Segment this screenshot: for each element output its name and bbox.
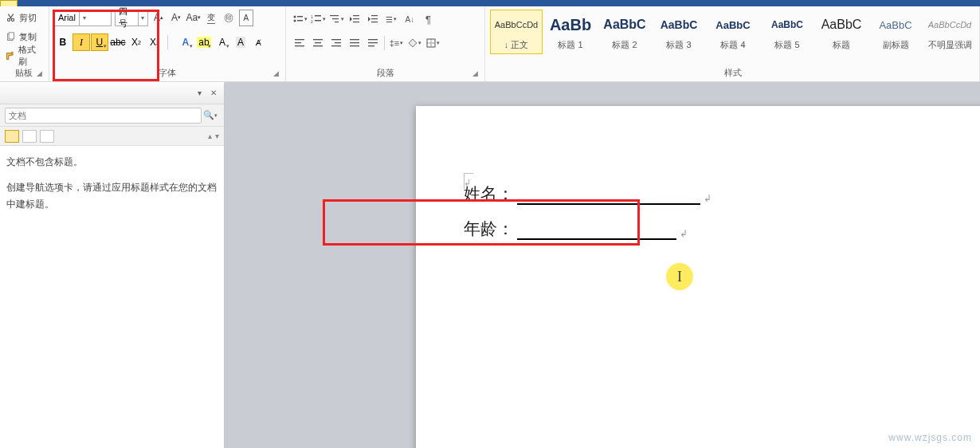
style-item[interactable]: AaBbC副标题 [869,10,922,54]
justify-button[interactable] [346,34,363,52]
copy-button[interactable]: 复制 [5,29,44,45]
close-icon[interactable]: ✕ [208,88,219,99]
nav-tab-pages[interactable] [22,130,37,143]
clipboard-launcher[interactable]: ◢ [37,69,46,79]
decrease-indent-button[interactable] [346,10,363,28]
style-preview: AaBbCcDd [495,13,538,37]
search-input[interactable] [5,108,202,124]
search-icon[interactable]: 🔍▾ [202,108,219,124]
font-color-button[interactable]: A▾ [214,33,231,51]
svg-rect-14 [353,15,359,16]
svg-rect-18 [371,18,378,19]
svg-rect-11 [330,15,339,16]
text-effects-button[interactable]: A▾ [177,33,194,51]
nav-message-1: 文档不包含标题。 [6,154,218,171]
format-painter-button[interactable]: 格式刷 [5,48,44,64]
doc-line-age[interactable]: 年龄： ↲ [464,218,942,240]
copy-icon [5,31,16,42]
bullets-button[interactable]: ▾ [291,10,308,28]
superscript-button[interactable]: X2 [146,33,163,51]
enclose-char-button[interactable]: ㊞ [221,10,236,26]
numbering-button[interactable]: 12▾ [309,10,327,28]
svg-rect-4 [297,16,303,18]
watermark: www.wzjsgs.com [888,432,972,443]
style-item[interactable]: AaBbCcDd↓ 正文 [490,10,543,54]
align-center-button[interactable] [309,34,327,52]
style-caption: 不明显强调 [928,39,972,51]
style-preview: AaBb [550,13,591,37]
svg-rect-29 [350,39,359,40]
font-name-value: Arial [55,13,79,22]
sort-button[interactable]: A↓ [401,10,418,28]
style-item[interactable]: AaBbC标题 2 [598,10,651,54]
chevron-down-icon[interactable]: ▾ [138,10,147,26]
svg-rect-31 [350,45,359,46]
line-spacing-button[interactable]: ‡≡▾ [387,34,405,52]
nav-tab-headings[interactable] [5,130,19,143]
increase-font-button[interactable]: A▴ [151,10,166,26]
svg-rect-25 [313,45,323,46]
distribute-button[interactable] [364,34,382,52]
svg-rect-12 [332,18,339,19]
nav-prev-icon[interactable]: ▴ [208,132,212,140]
font-launcher[interactable]: ◢ [273,69,283,79]
cut-label: 剪切 [19,12,37,24]
phonetic-guide-button[interactable]: 变 [204,10,218,26]
svg-rect-17 [371,15,378,16]
chevron-down-icon[interactable]: ▾ [79,10,89,26]
nav-message-2: 创建导航选项卡，请通过应用标题样式在您的文档中建标题。 [6,179,218,214]
bold-button[interactable]: B [54,33,72,51]
align-right-button[interactable] [327,34,345,52]
doc-line1-label: 姓名： [464,183,514,205]
nav-next-icon[interactable]: ▾ [215,132,219,140]
char-shading-button[interactable]: A [232,33,249,51]
cut-button[interactable]: 剪切 [5,10,44,26]
titlebar-fragment [0,0,980,6]
italic-button[interactable]: I [73,33,90,51]
style-item[interactable]: AaBbCcDd不明显强调 [923,10,976,54]
show-marks-button[interactable]: ¶ [419,10,437,28]
nav-dropdown-icon[interactable]: ▾ [194,88,205,99]
style-caption: 标题 5 [774,39,799,51]
increase-indent-button[interactable] [364,10,382,28]
style-item[interactable]: AaBbC标题 5 [761,10,813,54]
shading-button[interactable]: ▾ [406,34,423,52]
decrease-font-button[interactable]: A▾ [169,10,183,26]
style-item[interactable]: AaBb标题 1 [544,10,597,54]
char-border-button[interactable]: A [239,10,253,26]
doc-line-name[interactable]: 姓名： ↲ [464,183,942,205]
clipboard-group: 剪切 复制 格式刷 贴板 ◢ [0,6,49,81]
style-item[interactable]: AaBbC标题 [815,10,868,54]
font-name-combo[interactable]: Arial ▾ [54,10,112,26]
svg-point-5 [293,20,296,22]
clear-format-button[interactable]: A̸ [250,33,268,51]
strikethrough-button[interactable]: abc [109,33,127,51]
paragraph-launcher[interactable]: ◢ [472,69,482,79]
font-size-combo[interactable]: 四号 ▾ [115,10,148,26]
asian-layout-button[interactable]: ☰▾ [382,10,400,28]
style-preview: AaBbC [821,13,862,37]
svg-rect-15 [353,18,359,19]
style-item[interactable]: AaBbC标题 3 [653,10,705,54]
subscript-button[interactable]: X2 [127,33,145,51]
nav-tab-results[interactable] [40,130,54,143]
page[interactable]: ↲ 姓名： ↲ 年龄： ↲ [416,106,980,448]
font-group: Arial ▾ 四号 ▾ A▴ A▾ Aa▾ 变 ㊞ A B I U▾ abc … [49,6,287,81]
svg-rect-34 [368,45,374,46]
style-preview: AaBbC [603,13,645,37]
multilevel-list-button[interactable]: ▾ [327,10,345,28]
doc-line2-label: 年龄： [464,218,514,240]
align-left-button[interactable] [291,34,308,52]
svg-rect-8 [315,15,321,17]
highlight-color-button[interactable]: ab▾ [195,33,213,51]
underline-button[interactable]: U▾ [91,33,108,51]
svg-rect-33 [368,42,378,43]
change-case-button[interactable]: Aa▾ [186,10,201,26]
style-item[interactable]: AaBbC标题 4 [707,10,759,54]
borders-button[interactable]: ▾ [424,34,441,52]
style-caption: ↓ 正文 [504,39,529,51]
svg-rect-16 [353,22,359,22]
document-canvas[interactable]: ↲ 姓名： ↲ 年龄： ↲ I [225,82,980,448]
format-painter-icon [5,50,15,61]
svg-rect-32 [368,39,378,40]
